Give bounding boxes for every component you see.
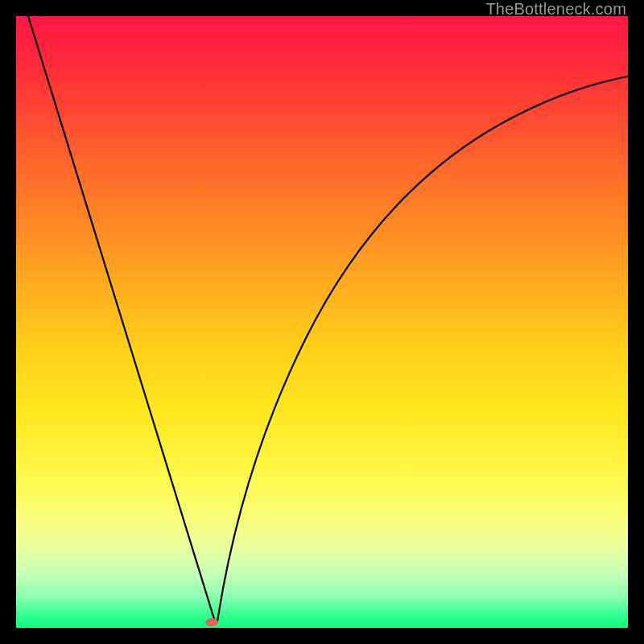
curve-path [28, 16, 628, 621]
watermark-text: TheBottleneck.com [485, 0, 626, 19]
bottleneck-curve [16, 16, 628, 628]
optimal-point-marker [205, 618, 218, 626]
